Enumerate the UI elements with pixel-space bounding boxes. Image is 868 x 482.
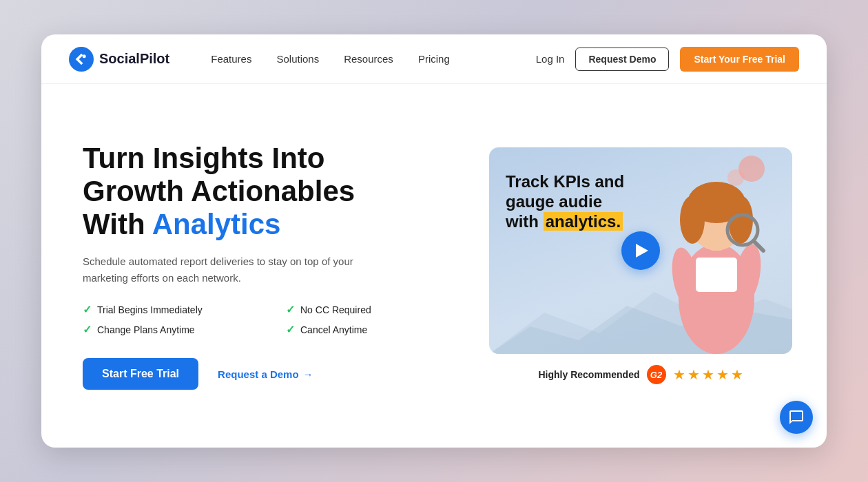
nav-item-solutions[interactable]: Solutions <box>276 53 319 65</box>
play-triangle-icon <box>636 244 648 258</box>
hero-right: Track KPIs and gauge audie with analytic… <box>489 147 792 384</box>
headline-line1: Turn Insights Into <box>83 142 325 174</box>
chat-icon <box>788 409 805 426</box>
chat-bubble-button[interactable] <box>780 401 813 434</box>
feature-label-4: Cancel Anytime <box>300 324 367 335</box>
video-title-line3-prefix: with <box>506 212 544 231</box>
nav-item-resources[interactable]: Resources <box>344 53 393 65</box>
feature-label-3: Change Plans Anytime <box>97 324 195 335</box>
headline-highlight: Analytics <box>152 208 281 240</box>
svg-rect-6 <box>696 258 737 292</box>
main-content: Turn Insights Into Growth Actionables Wi… <box>41 84 827 448</box>
check-icon-2: ✓ <box>286 303 295 316</box>
star-2: ★ <box>688 366 700 383</box>
header-actions: Log In Request Demo Start Your Free Tria… <box>536 47 799 72</box>
request-demo-button[interactable]: Request Demo <box>575 48 669 71</box>
feature-item-4: ✓ Cancel Anytime <box>286 323 462 336</box>
video-title: Track KPIs and gauge audie with analytic… <box>506 172 624 231</box>
brand-name: SocialPilot <box>99 51 169 67</box>
logo-svg <box>74 52 88 66</box>
star-4: ★ <box>716 366 729 383</box>
nav-item-pricing[interactable]: Pricing <box>418 53 450 65</box>
star-3: ★ <box>702 366 714 383</box>
start-trial-header-button[interactable]: Start Your Free Trial <box>680 47 799 72</box>
cta-row: Start Free Trial Request a Demo → <box>83 358 462 390</box>
woman-image <box>648 161 785 354</box>
check-icon-1: ✓ <box>83 303 92 316</box>
svg-point-10 <box>680 196 705 244</box>
svg-point-0 <box>83 54 86 58</box>
check-icon-3: ✓ <box>83 323 92 336</box>
main-card: SocialPilot Features Solutions Resources… <box>41 34 827 448</box>
arrow-icon: → <box>303 368 313 380</box>
g2-badge: G2 <box>647 365 666 384</box>
hero-subheadline: Schedule automated report deliveries to … <box>83 253 379 286</box>
request-demo-label: Request a Demo <box>218 368 299 380</box>
video-text-overlay: Track KPIs and gauge audie with analytic… <box>506 172 624 231</box>
rating-label: Highly Recommended <box>538 369 639 380</box>
check-icon-4: ✓ <box>286 323 295 336</box>
hero-headline: Turn Insights Into Growth Actionables Wi… <box>83 142 462 242</box>
stars-container: ★ ★ ★ ★ ★ <box>673 366 743 383</box>
headline-line3-prefix: With <box>83 208 152 240</box>
feature-label-1: Trial Begins Immediately <box>97 304 203 315</box>
feature-item-2: ✓ No CC Required <box>286 303 462 316</box>
video-title-highlight: analytics. <box>544 212 623 231</box>
woman-svg <box>648 161 785 354</box>
video-container[interactable]: Track KPIs and gauge audie with analytic… <box>489 147 792 354</box>
video-title-line1: Track KPIs and <box>506 172 624 191</box>
start-free-trial-button[interactable]: Start Free Trial <box>83 358 198 390</box>
login-button[interactable]: Log In <box>536 53 565 65</box>
header: SocialPilot Features Solutions Resources… <box>41 34 827 84</box>
request-demo-link[interactable]: Request a Demo → <box>218 368 313 380</box>
hero-left: Turn Insights Into Growth Actionables Wi… <box>83 142 462 390</box>
logo[interactable]: SocialPilot <box>69 47 169 72</box>
feature-label-2: No CC Required <box>300 304 371 315</box>
logo-icon <box>69 47 94 72</box>
features-list: ✓ Trial Begins Immediately ✓ No CC Requi… <box>83 303 462 336</box>
star-1: ★ <box>673 366 685 383</box>
video-title-line2: gauge audie <box>506 192 602 211</box>
headline-line2: Growth Actionables <box>83 175 355 207</box>
nav-item-features[interactable]: Features <box>211 53 251 65</box>
main-nav: Features Solutions Resources Pricing <box>211 53 449 65</box>
feature-item-1: ✓ Trial Begins Immediately <box>83 303 258 316</box>
rating-row: Highly Recommended G2 ★ ★ ★ ★ ★ <box>489 365 792 384</box>
star-5: ★ <box>731 366 743 383</box>
play-button[interactable] <box>621 231 660 270</box>
feature-item-3: ✓ Change Plans Anytime <box>83 323 258 336</box>
